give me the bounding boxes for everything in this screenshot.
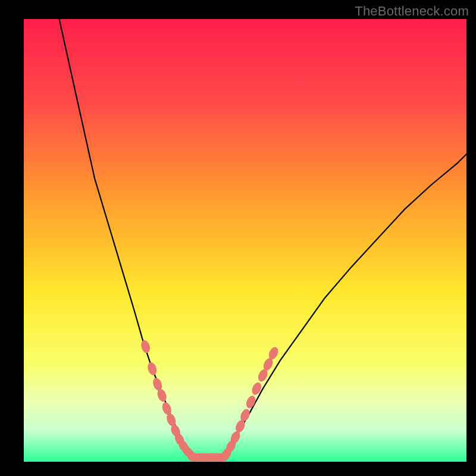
svg-rect-0: [24, 19, 466, 462]
watermark-text: TheBottleneck.com: [355, 4, 469, 19]
chart-frame: TheBottleneck.com: [0, 0, 476, 476]
bottleneck-curve-chart: [0, 0, 476, 476]
